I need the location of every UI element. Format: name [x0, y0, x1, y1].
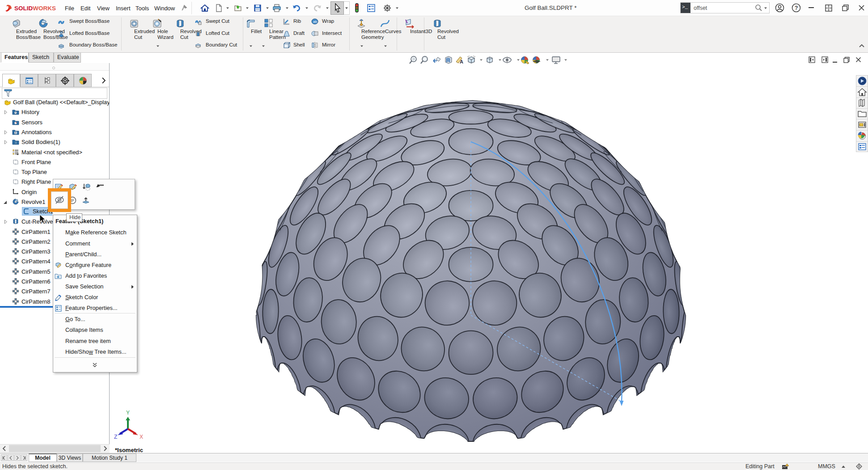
svg-text:X: X	[140, 434, 143, 440]
svg-text:A: A	[15, 131, 17, 134]
svg-text:A: A	[460, 59, 463, 64]
svg-text:Y: Y	[126, 410, 130, 416]
svg-text:SOLIDWORKS: SOLIDWORKS	[14, 5, 56, 12]
svg-text:Z: Z	[114, 434, 117, 440]
svg-text:ab: ab	[313, 20, 317, 24]
svg-text:?: ?	[795, 5, 798, 11]
